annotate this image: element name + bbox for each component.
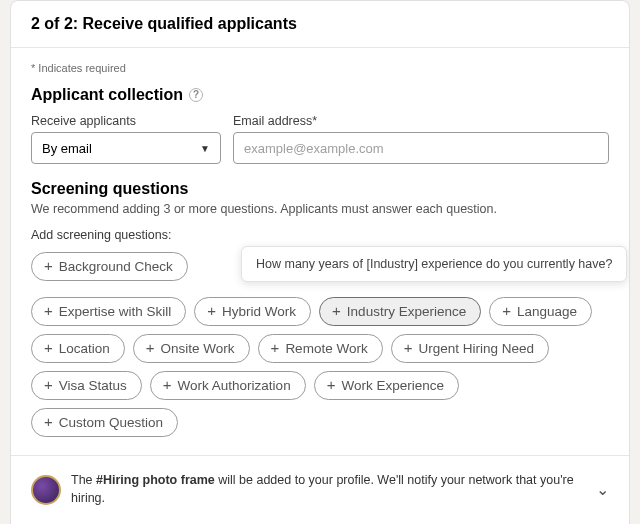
job-post-step-card: 2 of 2: Receive qualified applicants * I… <box>10 0 630 524</box>
receive-applicants-label: Receive applicants <box>31 114 221 128</box>
plus-icon: + <box>332 303 341 318</box>
avatar <box>31 475 61 505</box>
email-placeholder: example@example.com <box>244 141 384 156</box>
pill-label: Work Authorization <box>178 378 291 393</box>
receive-applicants-value: By email <box>42 141 92 156</box>
pill-label: Onsite Work <box>161 341 235 356</box>
pill-visa-status[interactable]: + Visa Status <box>31 371 142 400</box>
pill-label: Expertise with Skill <box>59 304 172 319</box>
plus-icon: + <box>146 340 155 355</box>
pill-background-check[interactable]: + Background Check <box>31 252 188 281</box>
receive-applicants-field: Receive applicants By email ▼ <box>31 114 221 164</box>
pill-work-experience[interactable]: + Work Experience <box>314 371 459 400</box>
pill-label: Visa Status <box>59 378 127 393</box>
applicant-fields-row: Receive applicants By email ▼ Email addr… <box>31 114 609 164</box>
pill-label: Hybrid Work <box>222 304 296 319</box>
pill-label: Custom Question <box>59 415 163 430</box>
screening-pills: How many years of [Industry] experience … <box>31 252 609 437</box>
pill-work-authorization[interactable]: + Work Authorization <box>150 371 306 400</box>
chevron-down-icon: ▼ <box>200 143 210 154</box>
pill-urgent-hiring[interactable]: + Urgent Hiring Need <box>391 334 549 363</box>
pill-industry-experience[interactable]: + Industry Experience <box>319 297 481 326</box>
pill-remote-work[interactable]: + Remote Work <box>258 334 383 363</box>
pill-custom-question[interactable]: + Custom Question <box>31 408 178 437</box>
add-questions-label: Add screening questions: <box>31 228 609 242</box>
pill-expertise-skill[interactable]: + Expertise with Skill <box>31 297 186 326</box>
pill-label: Work Experience <box>341 378 444 393</box>
receive-applicants-select[interactable]: By email ▼ <box>31 132 221 164</box>
plus-icon: + <box>44 340 53 355</box>
plus-icon: + <box>327 377 336 392</box>
plus-icon: + <box>44 303 53 318</box>
required-hint: * Indicates required <box>31 62 609 74</box>
pill-tooltip: How many years of [Industry] experience … <box>241 246 627 282</box>
applicant-collection-heading: Applicant collection ? <box>31 86 609 104</box>
step-header: 2 of 2: Receive qualified applicants <box>11 1 629 48</box>
pill-language[interactable]: + Language <box>489 297 592 326</box>
plus-icon: + <box>44 414 53 429</box>
chevron-down-icon[interactable]: ⌄ <box>596 480 609 499</box>
applicant-collection-title: Applicant collection <box>31 86 183 104</box>
hiring-frame-strong: #Hiring photo frame <box>96 473 215 487</box>
hiring-frame-row: The #Hiring photo frame will be added to… <box>31 472 609 507</box>
plus-icon: + <box>404 340 413 355</box>
pill-label: Language <box>517 304 577 319</box>
plus-icon: + <box>44 377 53 392</box>
pill-onsite-work[interactable]: + Onsite Work <box>133 334 250 363</box>
pill-label: Background Check <box>59 259 173 274</box>
email-label: Email address* <box>233 114 609 128</box>
help-icon[interactable]: ? <box>189 88 203 102</box>
step-title: 2 of 2: Receive qualified applicants <box>31 15 297 32</box>
pill-hybrid-work[interactable]: + Hybrid Work <box>194 297 311 326</box>
plus-icon: + <box>163 377 172 392</box>
plus-icon: + <box>44 258 53 273</box>
hiring-frame-text: The #Hiring photo frame will be added to… <box>71 472 586 507</box>
plus-icon: + <box>271 340 280 355</box>
email-field-wrap: Email address* example@example.com <box>233 114 609 164</box>
plus-icon: + <box>207 303 216 318</box>
card-footer: The #Hiring photo frame will be added to… <box>11 455 629 524</box>
pill-label: Location <box>59 341 110 356</box>
plus-icon: + <box>502 303 511 318</box>
screening-subtitle: We recommend adding 3 or more questions.… <box>31 202 609 216</box>
card-body: * Indicates required Applicant collectio… <box>11 48 629 455</box>
pill-label: Industry Experience <box>347 304 466 319</box>
screening-title: Screening questions <box>31 180 609 198</box>
pill-label: Remote Work <box>285 341 367 356</box>
pill-label: Urgent Hiring Need <box>418 341 534 356</box>
email-field[interactable]: example@example.com <box>233 132 609 164</box>
pill-location[interactable]: + Location <box>31 334 125 363</box>
